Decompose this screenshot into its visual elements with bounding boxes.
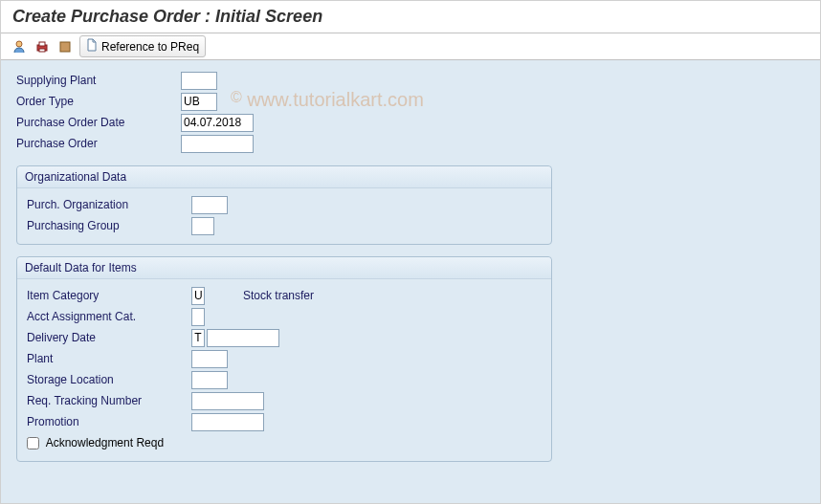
purch-org-input[interactable]: [191, 196, 228, 214]
page-title: Create Purchase Order : Initial Screen: [1, 1, 820, 33]
delivery-date-prefix-input[interactable]: [191, 329, 205, 347]
item-category-label: Item Category: [27, 289, 191, 302]
svg-rect-3: [39, 49, 45, 52]
print-icon[interactable]: [33, 38, 51, 55]
req-tracking-label: Req. Tracking Number: [27, 394, 191, 407]
toolbar: Reference to PReq: [1, 33, 820, 60]
purch-org-label: Purch. Organization: [27, 198, 191, 211]
svg-point-0: [16, 41, 22, 47]
svg-rect-2: [39, 42, 45, 46]
delivery-date-label: Delivery Date: [27, 331, 191, 344]
purch-group-label: Purchasing Group: [27, 219, 191, 232]
plant-input[interactable]: [191, 350, 228, 368]
box-icon[interactable]: [56, 38, 74, 55]
purchase-order-label: Purchase Order: [16, 137, 181, 150]
ack-reqd-row: Acknowledgment Reqd: [27, 436, 164, 449]
ack-reqd-label: Acknowledgment Reqd: [46, 436, 164, 449]
plant-label: Plant: [27, 352, 191, 365]
delivery-date-input[interactable]: [207, 329, 279, 347]
supplying-plant-label: Supplying Plant: [16, 74, 181, 87]
reference-to-preq-button[interactable]: Reference to PReq: [79, 35, 206, 57]
promotion-label: Promotion: [27, 415, 191, 428]
acct-cat-input[interactable]: [191, 308, 205, 326]
req-tracking-input[interactable]: [191, 392, 264, 410]
document-icon: [86, 38, 98, 55]
org-data-title: Organizational Data: [17, 166, 551, 188]
order-type-label: Order Type: [16, 95, 181, 108]
order-type-input[interactable]: [181, 93, 217, 111]
item-category-desc: Stock transfer: [243, 289, 314, 302]
po-date-input[interactable]: [181, 114, 254, 132]
reference-to-preq-label: Reference to PReq: [101, 40, 199, 54]
svg-rect-4: [60, 42, 70, 52]
item-category-input[interactable]: [191, 287, 205, 305]
storage-loc-input[interactable]: [191, 371, 228, 389]
promotion-input[interactable]: [191, 413, 264, 431]
acct-cat-label: Acct Assignment Cat.: [27, 310, 191, 323]
supplying-plant-input[interactable]: [181, 72, 217, 90]
org-data-group: Organizational Data Purch. Organization …: [16, 165, 552, 245]
user-icon[interactable]: [11, 38, 28, 55]
storage-loc-label: Storage Location: [27, 373, 191, 386]
purchase-order-input[interactable]: [181, 135, 254, 153]
content-area: © www.tutorialkart.com Supplying Plant O…: [1, 60, 820, 504]
purch-group-input[interactable]: [191, 217, 214, 235]
ack-reqd-checkbox[interactable]: [27, 437, 39, 449]
default-data-title: Default Data for Items: [17, 257, 551, 279]
default-data-group: Default Data for Items Item Category Sto…: [16, 256, 552, 462]
po-date-label: Purchase Order Date: [16, 116, 181, 129]
